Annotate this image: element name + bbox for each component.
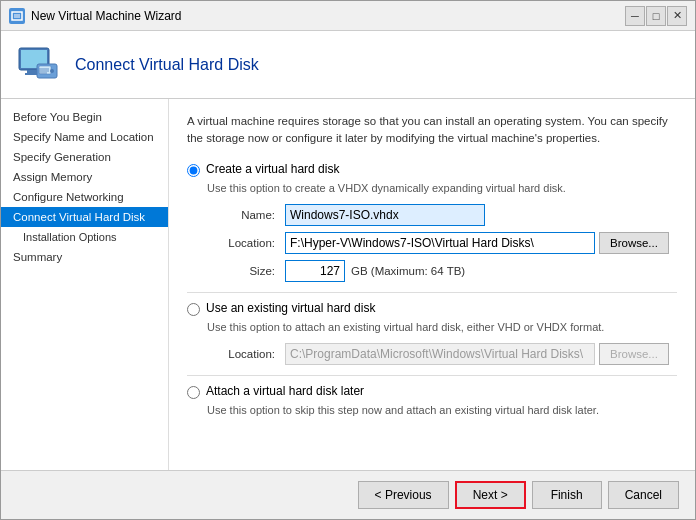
- sidebar-item-assign-memory[interactable]: Assign Memory: [1, 167, 168, 187]
- window-controls: ─ □ ✕: [625, 6, 687, 26]
- existing-radio[interactable]: [187, 303, 200, 316]
- existing-browse-button: Browse...: [599, 343, 669, 365]
- title-bar: New Virtual Machine Wizard ─ □ ✕: [1, 1, 695, 31]
- header-icon: [17, 46, 59, 84]
- attach-later-option-desc: Use this option to skip this step now an…: [207, 403, 677, 418]
- existing-option-row: Use an existing virtual hard disk: [187, 301, 677, 316]
- previous-button[interactable]: < Previous: [358, 481, 449, 509]
- name-label: Name:: [207, 209, 275, 221]
- sidebar-item-specify-generation[interactable]: Specify Generation: [1, 147, 168, 167]
- create-option-desc: Use this option to create a VHDX dynamic…: [207, 181, 677, 196]
- attach-later-radio[interactable]: [187, 386, 200, 399]
- sidebar-item-before-you-begin[interactable]: Before You Begin: [1, 107, 168, 127]
- size-row: Size: GB (Maximum: 64 TB): [207, 260, 677, 282]
- minimize-button[interactable]: ─: [625, 6, 645, 26]
- existing-option-desc: Use this option to attach an existing vi…: [207, 320, 677, 335]
- attach-later-option-label[interactable]: Attach a virtual hard disk later: [206, 384, 364, 398]
- finish-button[interactable]: Finish: [532, 481, 602, 509]
- attach-later-option-row: Attach a virtual hard disk later: [187, 384, 677, 399]
- name-row: Name:: [207, 204, 677, 226]
- sidebar-item-specify-name-location[interactable]: Specify Name and Location: [1, 127, 168, 147]
- location-label: Location:: [207, 237, 275, 249]
- location-browse-button[interactable]: Browse...: [599, 232, 669, 254]
- maximize-button[interactable]: □: [646, 6, 666, 26]
- cancel-button[interactable]: Cancel: [608, 481, 679, 509]
- svg-rect-1: [14, 14, 20, 18]
- location-input[interactable]: [285, 232, 595, 254]
- header-title: Connect Virtual Hard Disk: [75, 56, 259, 74]
- window-title: New Virtual Machine Wizard: [31, 9, 625, 23]
- size-unit: GB (Maximum: 64 TB): [351, 265, 465, 277]
- close-button[interactable]: ✕: [667, 6, 687, 26]
- size-input[interactable]: [285, 260, 345, 282]
- existing-location-input: [285, 343, 595, 365]
- create-radio[interactable]: [187, 164, 200, 177]
- sidebar-item-installation-options[interactable]: Installation Options: [1, 227, 168, 247]
- content-area: Before You Begin Specify Name and Locati…: [1, 99, 695, 470]
- existing-option-label[interactable]: Use an existing virtual hard disk: [206, 301, 375, 315]
- divider2: [187, 375, 677, 376]
- svg-point-8: [50, 69, 54, 73]
- next-button[interactable]: Next >: [455, 481, 526, 509]
- header-area: Connect Virtual Hard Disk: [1, 31, 695, 99]
- existing-form: Location: Browse...: [207, 343, 677, 365]
- divider1: [187, 292, 677, 293]
- main-content: A virtual machine requires storage so th…: [169, 99, 695, 470]
- existing-location-label: Location:: [207, 348, 275, 360]
- sidebar-item-connect-virtual-hard-disk[interactable]: Connect Virtual Hard Disk: [1, 207, 168, 227]
- main-window: New Virtual Machine Wizard ─ □ ✕: [0, 0, 696, 520]
- size-label: Size:: [207, 265, 275, 277]
- sidebar: Before You Begin Specify Name and Locati…: [1, 99, 169, 470]
- window-icon: [9, 8, 25, 24]
- existing-location-row: Location: Browse...: [207, 343, 677, 365]
- create-form: Name: Location: Browse... Size: GB (Maxi…: [207, 204, 677, 282]
- sidebar-item-configure-networking[interactable]: Configure Networking: [1, 187, 168, 207]
- create-option-label[interactable]: Create a virtual hard disk: [206, 162, 339, 176]
- sidebar-item-summary[interactable]: Summary: [1, 247, 168, 267]
- intro-text: A virtual machine requires storage so th…: [187, 113, 677, 148]
- footer: < Previous Next > Finish Cancel: [1, 470, 695, 519]
- name-input[interactable]: [285, 204, 485, 226]
- create-option-row: Create a virtual hard disk: [187, 162, 677, 177]
- location-row: Location: Browse...: [207, 232, 677, 254]
